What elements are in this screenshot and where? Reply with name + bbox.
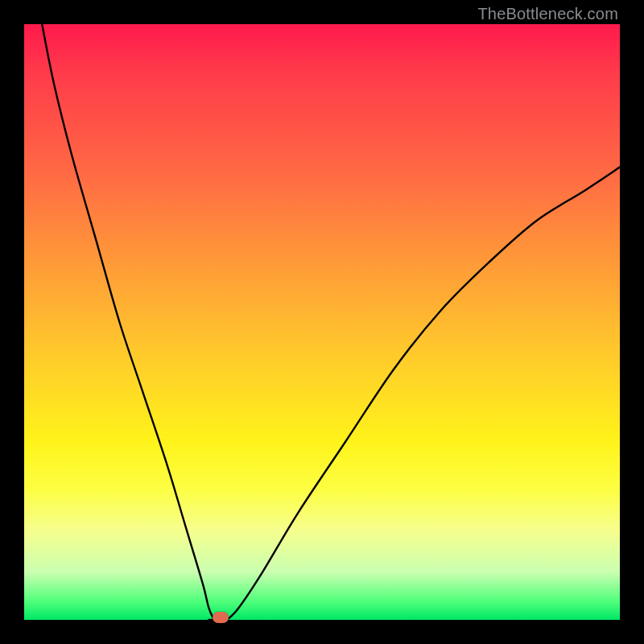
outer-frame: TheBottleneck.com (0, 0, 644, 644)
plot-area (24, 24, 620, 620)
optimum-marker (213, 612, 229, 623)
curve-svg (24, 24, 620, 620)
bottleneck-curve-path (42, 24, 620, 620)
watermark-text: TheBottleneck.com (477, 5, 618, 23)
